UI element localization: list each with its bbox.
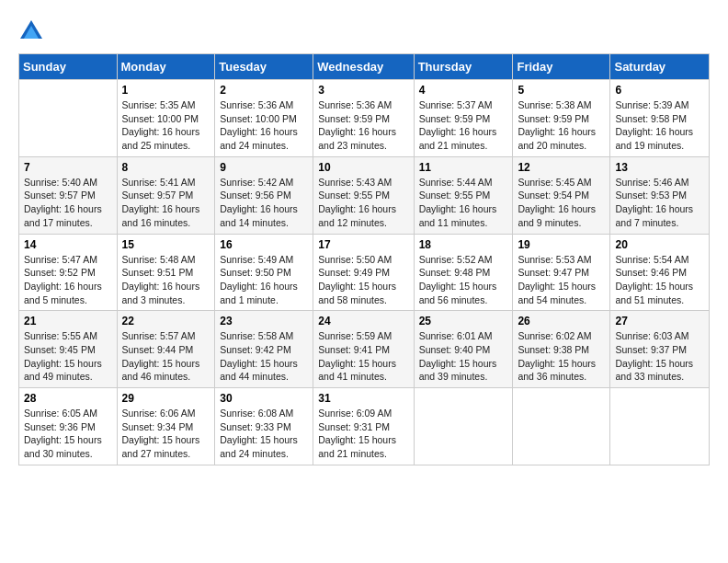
day-number: 16 — [220, 238, 308, 251]
day-number: 8 — [122, 161, 210, 174]
day-info: Sunrise: 6:05 AM Sunset: 9:36 PM Dayligh… — [24, 407, 112, 461]
day-number: 11 — [419, 161, 508, 174]
day-info: Sunrise: 5:43 AM Sunset: 9:55 PM Dayligh… — [318, 176, 408, 230]
calendar-cell: 4Sunrise: 5:37 AM Sunset: 9:59 PM Daylig… — [414, 80, 513, 157]
calendar-cell: 7Sunrise: 5:40 AM Sunset: 9:57 PM Daylig… — [19, 156, 118, 234]
calendar-cell: 27Sunrise: 6:03 AM Sunset: 9:37 PM Dayli… — [610, 311, 710, 388]
day-info: Sunrise: 5:48 AM Sunset: 9:51 PM Dayligh… — [122, 253, 210, 307]
calendar-cell: 14Sunrise: 5:47 AM Sunset: 9:52 PM Dayli… — [19, 234, 118, 311]
day-number: 13 — [615, 161, 704, 174]
calendar-week-row: 28Sunrise: 6:05 AM Sunset: 9:36 PM Dayli… — [19, 388, 710, 465]
calendar-cell: 25Sunrise: 6:01 AM Sunset: 9:40 PM Dayli… — [414, 311, 513, 388]
page-header — [18, 18, 710, 44]
day-info: Sunrise: 5:57 AM Sunset: 9:44 PM Dayligh… — [122, 329, 210, 384]
day-number: 29 — [122, 392, 210, 405]
calendar-cell: 24Sunrise: 5:59 AM Sunset: 9:41 PM Dayli… — [313, 311, 414, 388]
day-info: Sunrise: 5:44 AM Sunset: 9:55 PM Dayligh… — [419, 176, 508, 230]
day-info: Sunrise: 5:47 AM Sunset: 9:52 PM Dayligh… — [24, 253, 112, 307]
day-number: 31 — [318, 392, 408, 405]
calendar-cell: 9Sunrise: 5:42 AM Sunset: 9:56 PM Daylig… — [215, 156, 313, 234]
day-info: Sunrise: 5:36 AM Sunset: 9:59 PM Dayligh… — [318, 98, 408, 153]
calendar-cell: 28Sunrise: 6:05 AM Sunset: 9:36 PM Dayli… — [19, 388, 118, 465]
calendar-cell: 20Sunrise: 5:54 AM Sunset: 9:46 PM Dayli… — [610, 234, 710, 311]
calendar-cell: 15Sunrise: 5:48 AM Sunset: 9:51 PM Dayli… — [117, 234, 215, 311]
day-number: 25 — [419, 315, 508, 327]
calendar-cell: 3Sunrise: 5:36 AM Sunset: 9:59 PM Daylig… — [313, 80, 414, 157]
day-number: 12 — [518, 161, 605, 174]
day-info: Sunrise: 5:35 AM Sunset: 10:00 PM Daylig… — [122, 98, 210, 153]
day-number: 22 — [122, 315, 210, 327]
day-number: 26 — [518, 315, 605, 327]
day-number: 30 — [220, 392, 308, 405]
day-number: 10 — [318, 161, 408, 174]
calendar-cell: 6Sunrise: 5:39 AM Sunset: 9:58 PM Daylig… — [610, 80, 710, 157]
calendar-cell: 13Sunrise: 5:46 AM Sunset: 9:53 PM Dayli… — [610, 156, 710, 234]
calendar-header-row: SundayMondayTuesdayWednesdayThursdayFrid… — [19, 54, 710, 80]
day-info: Sunrise: 5:54 AM Sunset: 9:46 PM Dayligh… — [615, 253, 704, 307]
calendar-cell: 18Sunrise: 5:52 AM Sunset: 9:48 PM Dayli… — [414, 234, 513, 311]
day-info: Sunrise: 6:01 AM Sunset: 9:40 PM Dayligh… — [419, 329, 508, 384]
day-info: Sunrise: 5:46 AM Sunset: 9:53 PM Dayligh… — [615, 176, 704, 230]
day-number: 6 — [615, 84, 704, 97]
day-info: Sunrise: 5:58 AM Sunset: 9:42 PM Dayligh… — [220, 329, 308, 384]
calendar-cell — [610, 388, 710, 465]
calendar-table: SundayMondayTuesdayWednesdayThursdayFrid… — [18, 53, 710, 465]
calendar-cell: 11Sunrise: 5:44 AM Sunset: 9:55 PM Dayli… — [414, 156, 513, 234]
day-info: Sunrise: 5:52 AM Sunset: 9:48 PM Dayligh… — [419, 253, 508, 307]
calendar-cell: 10Sunrise: 5:43 AM Sunset: 9:55 PM Dayli… — [313, 156, 414, 234]
day-info: Sunrise: 5:39 AM Sunset: 9:58 PM Dayligh… — [615, 98, 704, 153]
day-number: 14 — [24, 238, 112, 251]
day-number: 7 — [24, 161, 112, 174]
day-number: 17 — [318, 238, 408, 251]
calendar-cell: 23Sunrise: 5:58 AM Sunset: 9:42 PM Dayli… — [215, 311, 313, 388]
calendar-week-row: 7Sunrise: 5:40 AM Sunset: 9:57 PM Daylig… — [19, 156, 710, 234]
day-info: Sunrise: 5:38 AM Sunset: 9:59 PM Dayligh… — [518, 98, 605, 153]
day-info: Sunrise: 5:42 AM Sunset: 9:56 PM Dayligh… — [220, 176, 308, 230]
day-info: Sunrise: 5:53 AM Sunset: 9:47 PM Dayligh… — [518, 253, 605, 307]
day-number: 28 — [24, 392, 112, 405]
day-info: Sunrise: 6:08 AM Sunset: 9:33 PM Dayligh… — [220, 407, 308, 461]
calendar-cell: 19Sunrise: 5:53 AM Sunset: 9:47 PM Dayli… — [513, 234, 610, 311]
day-number: 19 — [518, 238, 605, 251]
day-info: Sunrise: 5:50 AM Sunset: 9:49 PM Dayligh… — [318, 253, 408, 307]
calendar-cell: 26Sunrise: 6:02 AM Sunset: 9:38 PM Dayli… — [513, 311, 610, 388]
header-tuesday: Tuesday — [215, 54, 313, 80]
day-info: Sunrise: 5:36 AM Sunset: 10:00 PM Daylig… — [220, 98, 308, 153]
day-number: 2 — [220, 84, 308, 97]
day-number: 23 — [220, 315, 308, 327]
calendar-cell: 12Sunrise: 5:45 AM Sunset: 9:54 PM Dayli… — [513, 156, 610, 234]
header-sunday: Sunday — [19, 54, 118, 80]
calendar-cell: 16Sunrise: 5:49 AM Sunset: 9:50 PM Dayli… — [215, 234, 313, 311]
calendar-cell — [513, 388, 610, 465]
calendar-cell: 29Sunrise: 6:06 AM Sunset: 9:34 PM Dayli… — [117, 388, 215, 465]
day-number: 24 — [318, 315, 408, 327]
day-number: 15 — [122, 238, 210, 251]
day-number: 18 — [419, 238, 508, 251]
day-number: 1 — [122, 84, 210, 97]
logo — [18, 18, 48, 44]
calendar-cell: 31Sunrise: 6:09 AM Sunset: 9:31 PM Dayli… — [313, 388, 414, 465]
calendar-cell: 22Sunrise: 5:57 AM Sunset: 9:44 PM Dayli… — [117, 311, 215, 388]
calendar-cell: 17Sunrise: 5:50 AM Sunset: 9:49 PM Dayli… — [313, 234, 414, 311]
calendar-cell: 1Sunrise: 5:35 AM Sunset: 10:00 PM Dayli… — [117, 80, 215, 157]
day-info: Sunrise: 6:06 AM Sunset: 9:34 PM Dayligh… — [122, 407, 210, 461]
day-number: 20 — [615, 238, 704, 251]
calendar-cell: 30Sunrise: 6:08 AM Sunset: 9:33 PM Dayli… — [215, 388, 313, 465]
day-info: Sunrise: 5:37 AM Sunset: 9:59 PM Dayligh… — [419, 98, 508, 153]
day-info: Sunrise: 5:41 AM Sunset: 9:57 PM Dayligh… — [122, 176, 210, 230]
header-thursday: Thursday — [414, 54, 513, 80]
calendar-week-row: 21Sunrise: 5:55 AM Sunset: 9:45 PM Dayli… — [19, 311, 710, 388]
calendar-cell: 2Sunrise: 5:36 AM Sunset: 10:00 PM Dayli… — [215, 80, 313, 157]
logo-icon — [18, 18, 44, 44]
day-info: Sunrise: 5:45 AM Sunset: 9:54 PM Dayligh… — [518, 176, 605, 230]
day-info: Sunrise: 5:55 AM Sunset: 9:45 PM Dayligh… — [24, 329, 112, 384]
calendar-cell: 8Sunrise: 5:41 AM Sunset: 9:57 PM Daylig… — [117, 156, 215, 234]
calendar-cell — [19, 80, 118, 157]
day-info: Sunrise: 5:59 AM Sunset: 9:41 PM Dayligh… — [318, 329, 408, 384]
day-info: Sunrise: 5:40 AM Sunset: 9:57 PM Dayligh… — [24, 176, 112, 230]
header-monday: Monday — [117, 54, 215, 80]
calendar-week-row: 14Sunrise: 5:47 AM Sunset: 9:52 PM Dayli… — [19, 234, 710, 311]
day-number: 3 — [318, 84, 408, 97]
day-number: 27 — [615, 315, 704, 327]
day-info: Sunrise: 5:49 AM Sunset: 9:50 PM Dayligh… — [220, 253, 308, 307]
